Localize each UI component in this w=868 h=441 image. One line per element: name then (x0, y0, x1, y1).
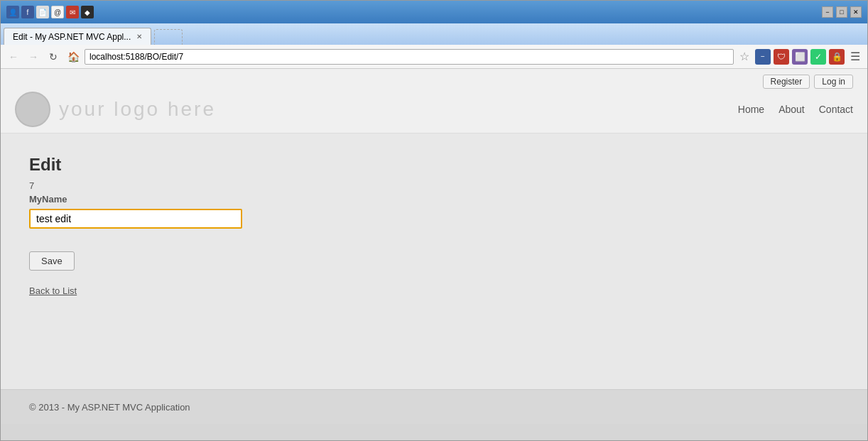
back-to-list-link[interactable]: Back to List (29, 285, 77, 296)
site-footer: © 2013 - My ASP.NET MVC Application (1, 389, 867, 424)
page-title: Edit (29, 155, 839, 175)
extension-icon-5[interactable]: 🔒 (829, 49, 845, 65)
extension-icon-4[interactable]: ✓ (810, 49, 826, 65)
back-button[interactable]: ← (5, 48, 22, 65)
page-wrapper: Register Log in your logo here Home Abou… (1, 69, 867, 424)
forward-button[interactable]: → (25, 48, 42, 65)
myname-input[interactable] (29, 209, 242, 229)
logo-text: your logo here (59, 98, 216, 121)
tab-bar: Edit - My ASP.NET MVC Appl... ✕ (1, 23, 867, 45)
field-label: MyName (29, 194, 839, 205)
favicon-bar: 👤 f 📄 @ ✉ ◆ (6, 6, 94, 18)
address-bar[interactable] (85, 49, 734, 65)
nav-contact[interactable]: Contact (819, 104, 853, 115)
mail-icon[interactable]: ✉ (66, 6, 79, 18)
bookmark-button[interactable]: ☆ (737, 49, 752, 65)
menu-button[interactable]: ☰ (847, 49, 863, 65)
footer-copyright: © 2013 - My ASP.NET MVC Application (29, 402, 190, 413)
logo-circle (15, 92, 50, 127)
main-content: Edit 7 MyName Save Back to List (1, 134, 867, 389)
facebook-icon[interactable]: f (21, 6, 34, 18)
tab-label: Edit - My ASP.NET MVC Appl... (13, 32, 131, 42)
header-top: Register Log in (15, 69, 853, 92)
nav-bar: ← → ↻ 🏠 ☆ − 🛡 ⬜ ✓ 🔒 ☰ (1, 45, 867, 69)
minimize-button[interactable]: − (822, 6, 833, 18)
nav-links: Home About Contact (738, 104, 853, 115)
app-icon[interactable]: ◆ (81, 6, 94, 18)
doc-icon[interactable]: 📄 (36, 6, 49, 18)
extension-icon-3[interactable]: ⬜ (792, 49, 808, 65)
profile-icon[interactable]: 👤 (6, 6, 19, 18)
restore-button[interactable]: □ (836, 6, 847, 18)
logo-area: your logo here (15, 92, 216, 127)
title-bar: 👤 f 📄 @ ✉ ◆ − □ ✕ (1, 1, 867, 23)
record-id: 7 (29, 180, 839, 191)
tab-close-button[interactable]: ✕ (136, 33, 142, 40)
window-controls: − □ ✕ (822, 6, 862, 18)
new-tab-area[interactable] (154, 29, 183, 45)
nav-home[interactable]: Home (738, 104, 764, 115)
extension-icon-2[interactable]: 🛡 (774, 49, 789, 65)
at-icon[interactable]: @ (51, 6, 64, 18)
register-button[interactable]: Register (763, 75, 810, 89)
login-button[interactable]: Log in (814, 75, 853, 89)
toolbar-icons: − 🛡 ⬜ ✓ 🔒 ☰ (755, 49, 863, 65)
nav-about[interactable]: About (779, 104, 805, 115)
close-button[interactable]: ✕ (850, 6, 862, 18)
site-header: Register Log in your logo here Home Abou… (1, 69, 867, 134)
extension-icon-1[interactable]: − (755, 49, 771, 65)
refresh-button[interactable]: ↻ (45, 48, 62, 65)
header-logo-nav: your logo here Home About Contact (15, 92, 853, 133)
save-button[interactable]: Save (29, 251, 75, 271)
active-tab[interactable]: Edit - My ASP.NET MVC Appl... ✕ (4, 28, 151, 45)
home-button[interactable]: 🏠 (65, 48, 82, 65)
browser-window: 👤 f 📄 @ ✉ ◆ − □ ✕ Edit - My ASP.NET MVC … (0, 0, 868, 441)
